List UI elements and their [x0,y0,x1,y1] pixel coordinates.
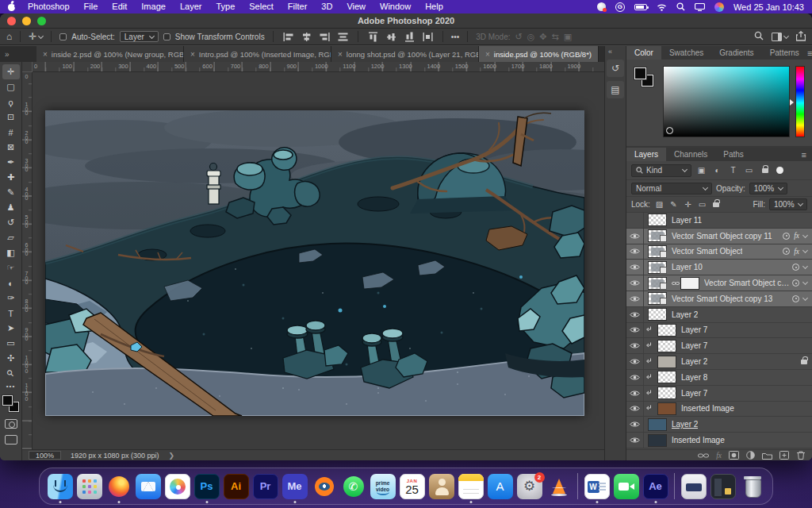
layer-visibility-toggle[interactable] [626,244,644,260]
quick-mask-button[interactable] [5,419,17,429]
eraser-tool[interactable]: ▱ [2,230,20,245]
hue-slider-arrow[interactable] [790,99,794,106]
launchpad-dock-icon[interactable] [76,470,102,502]
current-tool-icon[interactable]: ✛ [29,31,43,42]
filter-type-layers-icon[interactable]: T [727,166,739,175]
layer-thumbnail[interactable] [648,434,667,447]
align-bottom-icon[interactable] [405,30,414,44]
layer-thumbnail[interactable] [648,418,667,431]
window-titlebar[interactable]: Adobe Photoshop 2020 [0,13,812,29]
minimized-window-dock-icon[interactable] [710,470,736,502]
tab-close-icon[interactable]: × [43,50,48,59]
history-brush-tool[interactable]: ↺ [2,215,20,230]
layer-name[interactable]: Layer 2 [672,310,698,319]
panel-menu-icon[interactable]: ≡ [802,148,812,161]
grammarly-icon[interactable]: G [615,2,625,12]
screen-record-icon[interactable] [597,2,606,11]
pen-tool[interactable]: ✑ [2,291,20,306]
layer-name[interactable]: Layer 2 [672,420,698,429]
panel-menu-icon[interactable]: ≡ [807,46,812,60]
layer-styles-icon[interactable]: fx [716,452,722,460]
layer-thumbnail[interactable] [648,308,667,321]
premiere-dock-icon[interactable]: Pr [252,470,278,502]
layer-visibility-toggle[interactable] [626,275,644,291]
layer-visibility-toggle[interactable] [626,338,644,353]
panel-tab[interactable]: Channels [666,148,715,161]
layer-expand-chevron[interactable] [802,264,808,269]
layer-thumbnail[interactable] [648,261,667,274]
spotlight-icon[interactable] [676,2,685,11]
illustrator-dock-icon[interactable]: Ai [223,470,249,502]
layer-name[interactable]: Layer 7 [681,389,707,398]
layer-name[interactable]: Layer 8 [681,373,707,382]
facetime-dock-icon[interactable] [613,470,639,502]
whatsapp-dock-icon[interactable] [340,470,366,502]
trash-dock-icon[interactable] [739,470,765,502]
screen-mode-button[interactable] [5,435,17,444]
apple-logo-icon[interactable] [8,2,16,11]
lock-artboard-icon[interactable]: ▭ [697,200,707,209]
opacity-value[interactable]: 100% [749,183,787,194]
layer-visibility-toggle[interactable] [626,291,644,306]
align-center-h-icon[interactable] [300,33,313,41]
lock-pixels-icon[interactable]: ✎ [668,200,679,209]
zoom-tool[interactable]: ⚲ [2,366,20,381]
panel-tab[interactable]: Swatches [661,46,711,60]
menu-item[interactable]: 3D [314,0,339,13]
color-cursor[interactable] [666,127,673,134]
align-left-icon[interactable] [282,33,295,41]
brush-tool[interactable]: ✎ [2,185,20,200]
layer-visibility-toggle[interactable] [626,213,644,228]
layer-name[interactable]: Vector Smart Object copy 13 [672,294,772,303]
panel-tab[interactable]: Layers [626,148,666,161]
menu-item[interactable]: Filter [281,0,314,13]
after-effects-dock-icon[interactable]: Ae [642,470,668,502]
layer-name[interactable]: Layer 7 [681,325,707,334]
crop-tool[interactable]: # [2,125,20,140]
new-layer-icon[interactable] [779,451,789,460]
menu-item[interactable]: Window [373,0,418,13]
lock-position-icon[interactable]: ✛ [683,200,693,209]
layer-thumbnail[interactable] [657,402,676,415]
lock-all-icon[interactable] [711,200,722,209]
distribute-h-icon[interactable] [421,33,435,41]
layer-thumbnail[interactable] [648,277,667,290]
layer-expand-chevron[interactable] [802,295,808,301]
document-tab[interactable]: × inside 2.psd @ 100% (New group, RGB/8.… [36,46,184,62]
dodge-tool[interactable]: ◐ [2,275,20,291]
panel-tab[interactable]: Gradients [711,46,761,60]
layer-name[interactable]: Layer 11 [672,216,702,225]
layer-thumbnail[interactable] [648,292,667,305]
layer-row[interactable]: Vector Smart Object copy 14 fx [626,275,812,291]
wifi-icon[interactable] [657,3,667,11]
distribute-centers-icon[interactable] [336,33,350,41]
show-transform-checkbox[interactable] [163,33,170,40]
search-icon[interactable] [754,31,764,42]
layer-row[interactable]: Inserted Image fx [626,402,812,418]
blender-dock-icon[interactable] [311,470,337,502]
edit-toolbar-button[interactable]: ••• [6,383,15,390]
auto-select-dropdown[interactable]: Layer [120,31,159,42]
status-chevron-icon[interactable]: ❯ [169,452,175,460]
layer-name[interactable]: Vector Smart Object [672,247,742,256]
layer-thumbnail[interactable] [657,356,676,368]
notes-dock-icon[interactable] [458,470,484,502]
move-tool[interactable]: ✛ [2,64,20,79]
filter-adjustment-layers-icon[interactable]: ◐ [711,166,723,175]
marquee-tool[interactable]: ▢ [2,79,20,94]
vertical-ruler[interactable]: 010020030040050060070080090010001100 [22,72,33,449]
word-dock-icon[interactable]: W [584,470,610,502]
menu-item[interactable]: View [339,0,373,13]
layer-thumbnail[interactable] [657,371,676,383]
tab-overflow-icon[interactable]: » [0,46,36,62]
prime-video-dock-icon[interactable]: prime video [370,470,396,502]
document-tab[interactable]: × lonng shot.psd @ 100% (Layer 21, RGB/.… [331,46,479,62]
align-right-icon[interactable] [318,33,331,41]
layer-visibility-toggle[interactable] [626,323,644,338]
app-store-dock-icon[interactable]: A [487,470,513,502]
frame-tool[interactable]: ⊠ [2,140,20,155]
menu-item[interactable]: Select [242,0,281,13]
lasso-tool[interactable]: ϙ [2,94,20,110]
layer-name[interactable]: Inserted Image [681,404,734,413]
maximize-window-button[interactable] [37,17,46,25]
